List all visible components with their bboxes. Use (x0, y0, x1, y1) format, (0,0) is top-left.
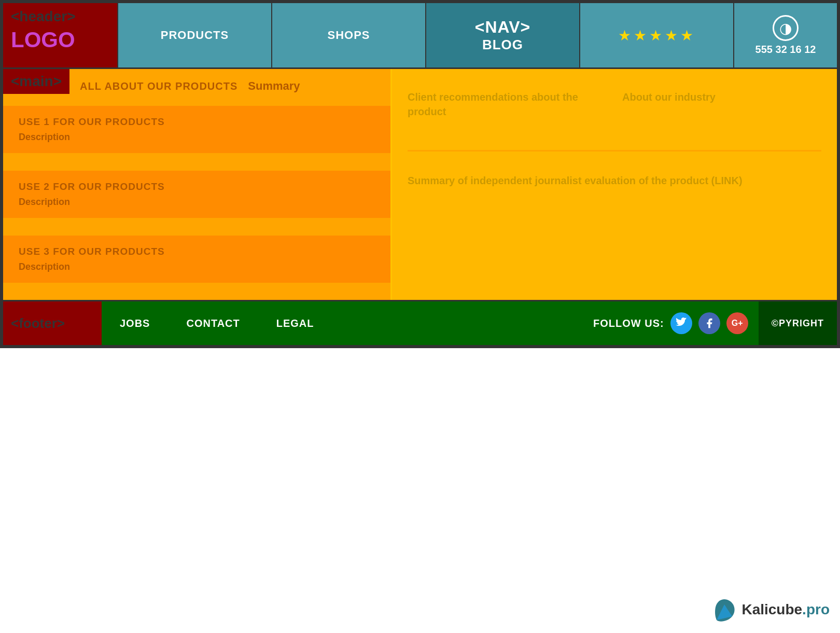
nav-blog-label: BLOG (482, 37, 523, 53)
product-1-title: USE 1 FOR OUR PRODUCTS (19, 116, 375, 128)
about-industry: About our industry (622, 90, 821, 119)
nav-shops[interactable]: SHOPS (271, 3, 425, 67)
main-left: <main> ALL ABOUT OUR PRODUCTS Summary US… (3, 69, 392, 300)
nav-products[interactable]: PRODUCTS (117, 3, 271, 67)
kalicube-logo-icon (711, 597, 737, 623)
logo: LOGO (11, 27, 109, 52)
follow-us-label: FOLLOW US: (593, 318, 664, 329)
footer-nav: JOBS CONTACT LEGAL (102, 301, 332, 345)
product-3-desc: Description (19, 262, 375, 272)
phone-icon: ◑ (773, 15, 799, 41)
footer-contact[interactable]: CONTACT (168, 318, 258, 329)
footer: <footer> JOBS CONTACT LEGAL FOLLOW US: G… (2, 300, 838, 347)
footer-tag: <footer> (3, 301, 102, 345)
product-2-desc: Description (19, 197, 375, 208)
client-recommendations: Client recommendations about the product (408, 90, 607, 119)
right-divider (408, 150, 821, 152)
header-label: <header> LOGO (3, 3, 117, 67)
header-tag: <header> (11, 8, 109, 25)
product-1-desc: Description (19, 132, 375, 143)
footer-social: FOLLOW US: G+ (583, 301, 759, 345)
nav-blog[interactable]: <nav> BLOG (425, 3, 579, 67)
summary-label: Summary (248, 79, 300, 93)
nav-area: PRODUCTS SHOPS <nav> BLOG ★★★★★ ◑ 555 32… (117, 3, 837, 67)
nav-tag: <nav> (475, 18, 531, 37)
kalicube-name: Kalicube.pro (741, 601, 830, 618)
footer-spacer (332, 301, 583, 345)
footer-jobs[interactable]: JOBS (102, 318, 168, 329)
main-right: Client recommendations about the product… (392, 69, 837, 300)
header: <header> LOGO PRODUCTS SHOPS <nav> BLOG … (2, 2, 838, 69)
product-3-title: USE 3 FOR OUR PRODUCTS (19, 246, 375, 257)
phone-number: 555 32 16 12 (755, 44, 816, 56)
all-about-title: ALL ABOUT OUR PRODUCTS (80, 80, 237, 92)
google-plus-icon[interactable]: G+ (726, 312, 748, 334)
about-industry-text: About our industry (622, 90, 821, 104)
product-2-title: USE 2 FOR OUR PRODUCTS (19, 181, 375, 192)
twitter-icon[interactable] (670, 312, 692, 334)
copyright-label: ©PYRIGHT (772, 318, 824, 329)
main: <main> ALL ABOUT OUR PRODUCTS Summary US… (2, 69, 838, 300)
product-section-3: USE 3 FOR OUR PRODUCTS Description (3, 236, 390, 283)
copyright: ©PYRIGHT (759, 301, 837, 345)
phone-area: ◑ 555 32 16 12 (733, 3, 837, 67)
right-bottom-section: Summary of independent journalist evalua… (408, 162, 821, 199)
main-tag: <main> (3, 69, 69, 94)
right-top-section: Client recommendations about the product… (408, 79, 821, 140)
footer-legal[interactable]: LEGAL (258, 318, 332, 329)
product-section-1: USE 1 FOR OUR PRODUCTS Description (3, 106, 390, 153)
journalist-eval-text: Summary of independent journalist evalua… (408, 172, 821, 189)
facebook-icon[interactable] (698, 312, 720, 334)
stars-rating: ★★★★★ (579, 3, 733, 67)
client-rec-text: Client recommendations about the product (408, 90, 607, 119)
product-section-2: USE 2 FOR OUR PRODUCTS Description (3, 171, 390, 218)
kalicube-brand: Kalicube.pro (711, 597, 830, 623)
